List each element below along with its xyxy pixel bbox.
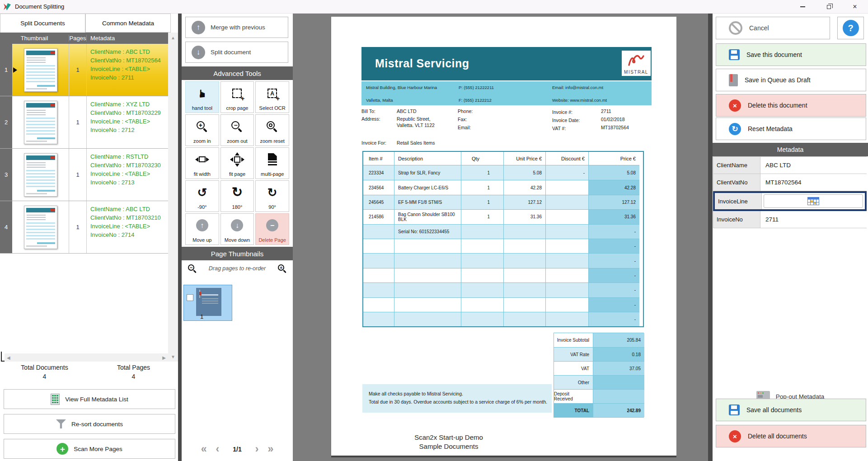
cancel-icon	[729, 21, 742, 35]
metadata-field-clientname: ClientNameABC LTD	[713, 157, 867, 174]
invoice-column-header: Unit Price €	[503, 152, 545, 165]
metadata-line: InvoiceLine : <TABLE>	[90, 169, 165, 178]
metadata-field-label: ClientName	[713, 157, 760, 174]
documents-table: 11ClientName : ABC LTDClientVatNo : MT18…	[0, 44, 168, 254]
invoice-footer: Scan2x Start-up Demo Sample Documents	[385, 433, 512, 452]
delete-this-document-label: Delete this document	[748, 102, 807, 109]
save-this-document-button[interactable]: Save this document	[716, 43, 866, 66]
total-documents-value: 4	[0, 373, 89, 380]
restore-button[interactable]	[816, 0, 842, 14]
metadata-line: InvoiceLine : <TABLE>	[90, 117, 165, 126]
tool-multi-page[interactable]: multi-page	[255, 147, 289, 179]
pages-count: 1	[69, 149, 87, 201]
merge-with-previous-button[interactable]: ↑ Merge with previous	[185, 17, 288, 38]
tab-split-documents[interactable]: Split Documents	[0, 14, 85, 33]
arrow-down-circle-icon: ↓	[192, 46, 205, 59]
metadata-field-value[interactable]: ABC LTD	[760, 157, 867, 174]
document-row[interactable]: 41ClientName : ABC LTDClientVatNo : MT18…	[0, 201, 168, 254]
invoice-cell	[545, 195, 588, 209]
help-button[interactable]: ?	[837, 17, 864, 39]
close-button[interactable]: ×	[842, 0, 868, 14]
invoice-column-header: Qty	[461, 152, 503, 165]
reset-metadata-label: Reset Metadata	[748, 125, 793, 132]
documents-horizontal-scrollbar[interactable]: ◀ ▶	[5, 353, 168, 362]
tool-select-ocr[interactable]: A+Select OCR	[255, 81, 289, 113]
document-viewer[interactable]: Mistral Servicing MISTRAL Mistral Buildi…	[293, 14, 708, 461]
invoice-number-label: Invoice #:	[552, 109, 572, 115]
delete-all-documents-button[interactable]: × Delete all documents	[716, 425, 866, 447]
tool-crop-page[interactable]: +crop page	[221, 81, 254, 113]
document-row[interactable]: 21ClientName : XYZ LTDClientVatNo : MT18…	[0, 96, 168, 149]
metadata-line: InvoiceLine : <TABLE>	[90, 222, 165, 230]
tool-zoom-out[interactable]: −zoom out	[221, 114, 254, 146]
delete-this-document-button[interactable]: × Delete this document	[716, 94, 866, 117]
save-all-documents-button[interactable]: Save all documents	[716, 399, 866, 421]
scroll-left-icon[interactable]: ◀	[7, 355, 10, 360]
address-line1: Republic Street,	[397, 116, 431, 122]
invoice-cell: EF 5-MM F1/8 STM/S	[394, 195, 461, 209]
tool-move-down[interactable]: ↓Move down	[221, 213, 254, 245]
invoice-cell	[363, 297, 394, 312]
tool-fit-width[interactable]: fit width	[185, 147, 219, 179]
invoice-cell	[394, 239, 461, 253]
view-full-metadata-button[interactable]: View Full Metadata List	[4, 389, 175, 409]
split-document-button[interactable]: ↓ Split document	[185, 42, 288, 63]
documents-vertical-scrollbar[interactable]: ▲ ▼	[168, 33, 178, 362]
page-checkbox[interactable]	[187, 294, 193, 301]
total-value: 242.89	[593, 403, 644, 417]
document-row[interactable]: 31ClientName : RSTLTDClientVatNo : MT187…	[0, 149, 168, 201]
scroll-right-icon[interactable]: ▶	[162, 355, 166, 360]
first-page-icon[interactable]: «	[201, 444, 207, 454]
invoice-cell	[394, 253, 461, 268]
tab-common-metadata[interactable]: Common Metadata	[85, 14, 171, 33]
invoice-line-table-button[interactable]	[764, 194, 863, 208]
cancel-button[interactable]: Cancel	[716, 17, 830, 39]
zoom-reset-icon	[267, 121, 278, 132]
tool-label: hand tool	[192, 105, 212, 111]
zoom-out-thumbnails-icon[interactable]: −	[188, 264, 197, 273]
total-label: VAT Rate	[554, 347, 593, 361]
thumbnail-cell	[12, 149, 69, 201]
scroll-down-icon[interactable]: ▼	[168, 353, 178, 361]
minimize-button[interactable]	[789, 0, 816, 14]
save-in-queue-button[interactable]: Save in Queue as Draft	[716, 69, 866, 91]
company-name: Mistral Servicing	[375, 57, 469, 70]
left-tabs: Split Documents Common Metadata	[0, 14, 171, 33]
phone-label: Phone:	[458, 108, 473, 114]
metadata-field-value[interactable]: MT18702564	[760, 174, 867, 191]
tool-delete-page[interactable]: −Delete Page	[255, 213, 289, 245]
scan-more-pages-button[interactable]: + Scan More Pages	[4, 439, 175, 459]
invoice-cell: Serial No: 601522334455	[394, 224, 461, 239]
tool-zoom-reset[interactable]: zoom reset	[255, 114, 289, 146]
tool-hand-tool[interactable]: ☛hand tool	[185, 81, 219, 113]
tool--90-[interactable]: ↺-90°	[185, 180, 219, 212]
document-row[interactable]: 11ClientName : ABC LTDClientVatNo : MT18…	[0, 44, 168, 96]
tool-icon-wrap: ↓	[221, 214, 254, 237]
invoice-cell: -	[588, 224, 639, 239]
tool-label: zoom in	[193, 138, 211, 144]
scroll-up-icon[interactable]: ▲	[168, 33, 178, 42]
metadata-line: InvoiceLine : <TABLE>	[90, 65, 165, 73]
tool-zoom-in[interactable]: +zoom in	[185, 114, 219, 146]
tool-90-[interactable]: ↻90°	[255, 180, 289, 212]
tool-fit-page[interactable]: fit page	[221, 147, 254, 179]
resort-documents-button[interactable]: Re-sort documents	[4, 414, 175, 434]
reset-metadata-button[interactable]: ↻ Reset Metadata	[716, 118, 866, 140]
close-icon: ×	[853, 3, 857, 10]
next-page-icon[interactable]: ›	[255, 444, 259, 454]
last-page-icon[interactable]: »	[267, 444, 273, 454]
metadata-line: ClientVatNo : MT18703230	[90, 161, 165, 169]
email-label: Email:	[458, 125, 471, 130]
thumbnail-detail	[26, 193, 47, 194]
tool-move-up[interactable]: ↑Move up	[185, 213, 219, 245]
crop-icon: +	[232, 89, 242, 98]
metadata-field-value[interactable]: 2711	[760, 211, 867, 228]
page-thumbnail-item[interactable]: 1	[183, 285, 232, 321]
tool-icon-wrap: A+	[256, 82, 289, 105]
previous-page-icon[interactable]: ‹	[216, 444, 220, 454]
splitter-handle[interactable]	[1, 352, 5, 362]
invoice-cell	[394, 282, 461, 297]
tool-180-[interactable]: ↻180°	[221, 180, 254, 212]
zoom-in-thumbnails-icon[interactable]: +	[278, 264, 286, 273]
metadata-summary: ClientName : ABC LTDClientVatNo : MT1870…	[87, 44, 168, 96]
